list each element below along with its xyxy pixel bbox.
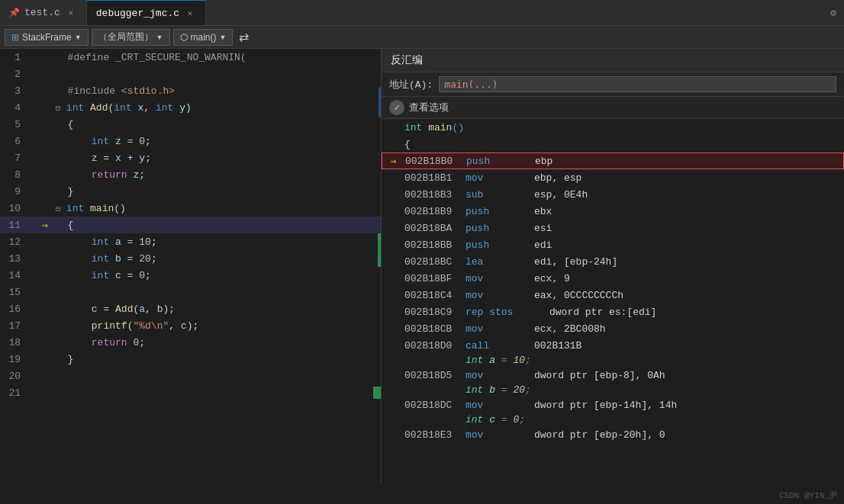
code-line-14: 14 int c = 0; <box>0 267 381 284</box>
code-content-11: { <box>53 220 381 231</box>
tab-bar: 📌 test.c ✕ debugger_jmc.c ✕ ⚙ <box>0 0 844 26</box>
code-line-1: 1 #define _CRT_SECURE_NO_WARNIN( <box>0 49 381 66</box>
disasm-mnemonic-002B18DC: mov <box>465 400 534 411</box>
disasm-addr-002B18B1: 002B18B1 <box>404 172 465 184</box>
tab-test-c-close[interactable]: ✕ <box>65 7 77 19</box>
line-num-4: 4 <box>0 102 27 114</box>
line-num-12: 12 <box>0 236 27 248</box>
disasm-row-002B18D5: 002B18D5 mov dword ptr [ebp-8], 0Ah <box>382 367 844 384</box>
line-num-18: 18 <box>0 337 27 348</box>
code-content-18: return 0; <box>53 337 381 348</box>
disasm-row-002B18CB: 002B18CB mov ecx, 2BC008h <box>382 320 844 337</box>
stackframe-button[interactable]: ⊞ StackFrame ▼ <box>5 29 89 46</box>
disasm-source-b: int b = 20; <box>382 384 844 396</box>
disasm-func-header-text: int main() <box>404 122 464 133</box>
code-line-2: 2 <box>0 66 381 82</box>
disasm-addr-002B18C9: 002B18C9 <box>404 307 465 318</box>
disasm-open-brace: { <box>382 136 844 152</box>
watermark: CSDN @YIN_尹 <box>779 490 838 501</box>
options-label: 查看选项 <box>409 101 449 114</box>
disasm-row-002B18D0: 002B18D0 call 002B131B <box>382 337 844 354</box>
disasm-header: 反汇编 <box>382 49 844 72</box>
disasm-operand-002B18D0: 002B131B <box>534 340 581 352</box>
tab-pin-icon: 📌 <box>9 8 20 18</box>
line-num-9: 9 <box>0 186 27 197</box>
disasm-addr-002B18E3: 002B18E3 <box>404 429 465 441</box>
code-content-16: c = Add(a, b); <box>53 303 381 315</box>
disasm-body: int main() { ⇒ 002B18B0 push ebp 002B18B… <box>382 119 844 483</box>
disasm-source-b-text: int b = 20; <box>465 384 531 396</box>
line-num-13: 13 <box>0 253 27 265</box>
disasm-operand-002B18C4: eax, 0CCCCCCCCh <box>534 290 623 301</box>
disasm-row-002B18BA: 002B18BA push esi <box>382 220 844 236</box>
code-line-15: 15 <box>0 284 381 300</box>
line-indicator-13 <box>378 250 381 267</box>
disasm-row-002B18BC: 002B18BC lea edi, [ebp-24h] <box>382 253 844 270</box>
function-chevron-icon: ▼ <box>220 34 227 41</box>
disasm-operand-002B18B0: ebp <box>535 156 552 167</box>
code-line-4: 4 ⊟ int Add(int x, int y) <box>0 99 381 116</box>
disasm-addr-002B18D5: 002B18D5 <box>404 370 465 381</box>
code-line-19: 19 } <box>0 351 381 368</box>
disasm-function-header: int main() <box>382 119 844 136</box>
disasm-addr-002B18DC: 002B18DC <box>404 400 465 411</box>
disasm-row-002B18B9: 002B18B9 push ebx <box>382 203 844 220</box>
address-input[interactable] <box>439 76 836 92</box>
function-button[interactable]: ⬡ main() ▼ <box>173 29 234 46</box>
disasm-brace-text: { <box>404 139 411 150</box>
disasm-operand-002B18BB: edi <box>534 239 552 251</box>
disasm-title: 反汇编 <box>391 54 423 66</box>
tab-debugger-jmc[interactable]: debugger_jmc.c ✕ <box>87 0 206 25</box>
disasm-mnemonic-002B18B9: push <box>465 206 534 217</box>
line-green-block-21 <box>373 387 381 399</box>
stackframe-chevron-icon: ▼ <box>75 34 82 41</box>
options-toggle-button[interactable]: ✓ <box>389 100 404 115</box>
scrollbar-indicator[interactable] <box>379 87 381 117</box>
line-num-19: 19 <box>0 354 27 365</box>
line-num-10: 10 <box>0 203 27 214</box>
code-content-6: int z = 0; <box>53 136 381 147</box>
tab-settings-icon[interactable]: ⚙ <box>823 0 844 25</box>
disasm-operand-002B18B9: ebx <box>534 206 552 217</box>
debug-arrow-11: ⇒ <box>37 219 53 232</box>
disasm-mnemonic-002B18C4: mov <box>465 290 534 301</box>
code-content-5: { <box>53 119 381 130</box>
code-line-7: 7 z = x + y; <box>0 149 381 166</box>
disasm-row-002B18DC: 002B18DC mov dword ptr [ebp-14h], 14h <box>382 396 844 413</box>
disasm-panel: 反汇编 地址(A): ✓ 查看选项 int main() { ⇒ <box>382 49 844 483</box>
disasm-mnemonic-002B18CB: mov <box>465 323 534 335</box>
code-line-11: 11 ⇒ { <box>0 217 381 233</box>
tab-debugger-jmc-label: debugger_jmc.c <box>96 8 179 19</box>
disasm-row-002B18E3: 002B18E3 mov dword ptr [ebp-20h], 0 <box>382 426 844 443</box>
disasm-addr-002B18D0: 002B18D0 <box>404 340 465 352</box>
disasm-operand-002B18B3: esp, 0E4h <box>534 189 588 201</box>
code-content-4: ⊟ int Add(int x, int y) <box>53 102 381 114</box>
disasm-mnemonic-002B18BF: mov <box>465 273 534 284</box>
line-num-15: 15 <box>0 287 27 298</box>
disasm-source-c-text: int c = 0; <box>465 414 525 425</box>
line-num-11: 11 <box>0 220 27 231</box>
tab-test-c[interactable]: 📌 test.c ✕ <box>0 0 87 25</box>
scope-button[interactable]: （全局范围） ▼ <box>92 29 170 46</box>
line-num-6: 6 <box>0 136 27 147</box>
stackframe-icon: ⊞ <box>11 32 19 43</box>
disasm-mnemonic-002B18B0: push <box>466 156 535 167</box>
disasm-mnemonic-002B18B1: mov <box>465 172 534 184</box>
line-num-21: 21 <box>0 387 27 399</box>
code-lines-container: 1 #define _CRT_SECURE_NO_WARNIN( 2 3 #in… <box>0 49 381 483</box>
function-label: main() <box>191 32 217 43</box>
main-content: 1 #define _CRT_SECURE_NO_WARNIN( 2 3 #in… <box>0 49 844 483</box>
code-content-13: int b = 20; <box>53 253 381 265</box>
scope-chevron-icon: ▼ <box>156 34 163 41</box>
disasm-row-002B18B0: ⇒ 002B18B0 push ebp <box>382 152 844 169</box>
code-line-18: 18 return 0; <box>0 334 381 351</box>
sync-button[interactable]: ⇄ <box>236 28 252 46</box>
settings-gear-icon: ⚙ <box>830 7 836 19</box>
tab-debugger-jmc-close[interactable]: ✕ <box>184 7 196 19</box>
disasm-mnemonic-002B18D0: call <box>465 340 534 352</box>
disasm-row-002B18B3: 002B18B3 sub esp, 0E4h <box>382 186 844 203</box>
code-content-1: #define _CRT_SECURE_NO_WARNIN( <box>53 52 381 63</box>
code-line-12: 12 int a = 10; <box>0 233 381 250</box>
code-content-9: } <box>53 186 381 197</box>
code-content-8: return z; <box>53 169 381 181</box>
